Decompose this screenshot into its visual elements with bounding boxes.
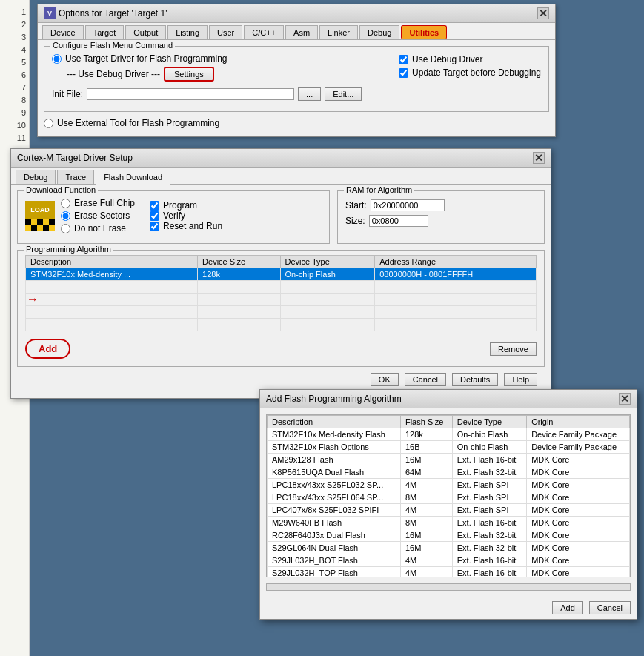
flash-table-row[interactable]: AM29x128 Flash 16M Ext. Flash 16-bit MDK… <box>268 454 630 466</box>
flash-table-row[interactable]: LPC18xx/43xx S25FL064 SP... 8M Ext. Flas… <box>268 491 630 504</box>
flash-table-container[interactable]: Description Flash Size Device Type Origi… <box>266 414 631 577</box>
flash-table-row[interactable]: STM32F10x Med-density Flash 128k On-chip… <box>268 428 630 441</box>
flash-table-row[interactable]: S29JL032H_BOT Flash 4M Ext. Flash 16-bit… <box>268 554 630 567</box>
tab-target[interactable]: Target <box>85 25 125 39</box>
two-col-layout: Download Function LOAD Erase Full Chip <box>17 190 545 244</box>
download-function-label: Download Function <box>24 185 98 194</box>
update-target-checkbox[interactable] <box>399 68 408 78</box>
flash-row-desc: STM32F10x Med-density Flash <box>268 428 401 441</box>
flash-table-row[interactable]: STM32F10x Flash Options 16B On-chip Flas… <box>268 441 630 454</box>
tab-linker[interactable]: Linker <box>319 25 358 39</box>
do-not-erase-radio[interactable] <box>61 224 70 233</box>
ok-button[interactable]: OK <box>371 373 399 386</box>
start-row: Start: <box>345 199 537 211</box>
edit-button[interactable]: Edit... <box>325 87 362 101</box>
init-file-input[interactable] <box>87 88 294 100</box>
start-input[interactable] <box>371 199 445 211</box>
options-titlebar: V Options for Target 'Target 1' ✕ <box>38 4 555 23</box>
line-4: 4 <box>0 44 29 56</box>
settings-button[interactable]: Settings <box>164 67 214 82</box>
flash-row-desc: STM32F10x Flash Options <box>268 441 401 454</box>
browse-button[interactable]: ... <box>298 87 321 101</box>
size-input[interactable] <box>369 215 428 227</box>
cancel-button[interactable]: Cancel <box>405 373 446 386</box>
tab-device[interactable]: Device <box>42 25 84 39</box>
flash-row-size: 16M <box>400 529 452 542</box>
remove-button[interactable]: Remove <box>490 342 537 356</box>
reset-run-checkbox[interactable] <box>150 222 159 231</box>
verify-checkbox[interactable] <box>150 211 159 221</box>
program-label: Program <box>163 200 197 211</box>
program-checkbox[interactable] <box>150 201 159 211</box>
cortex-tab-flash-download[interactable]: Flash Download <box>96 170 170 185</box>
defaults-button[interactable]: Defaults <box>452 373 498 386</box>
erase-sectors-radio[interactable] <box>61 211 70 221</box>
cortex-title: Cortex-M Target Driver Setup <box>17 153 133 163</box>
cortex-tab-debug[interactable]: Debug <box>16 170 56 184</box>
flash-row-type: Ext. Flash 16-bit <box>452 567 526 578</box>
flash-row-desc: RC28F640J3x Dual Flash <box>268 529 401 542</box>
flash-row-size: 16M <box>400 454 452 466</box>
table-row-empty-4 <box>26 319 537 331</box>
add-algorithm-button[interactable]: Add <box>25 339 70 359</box>
tab-utilities[interactable]: Utilities <box>401 25 447 39</box>
flash-row-size: 4M <box>400 554 452 567</box>
flash-table-row[interactable]: M29W640FB Flash 8M Ext. Flash 16-bit MDK… <box>268 517 630 529</box>
flash-row-origin: MDK Core <box>527 454 630 466</box>
table-row[interactable]: STM32F10x Med-density ... 128k On-chip F… <box>26 268 537 281</box>
help-button[interactable]: Help <box>504 373 537 386</box>
add-flash-cancel-button[interactable]: Cancel <box>589 601 631 614</box>
flash-table-row[interactable]: K8P5615UQA Dual Flash 64M Ext. Flash 32-… <box>268 466 630 479</box>
tab-cpp[interactable]: C/C++ <box>244 25 284 39</box>
flash-col-origin: Origin <box>527 416 630 428</box>
flash-algo-table: Description Flash Size Device Type Origi… <box>267 415 630 577</box>
flash-table-row[interactable]: S29GL064N Dual Flash 16M Ext. Flash 32-b… <box>268 542 630 554</box>
flash-row-type: Ext. Flash SPI <box>452 479 526 491</box>
line-1: 1 <box>0 6 29 19</box>
cortex-tab-trace[interactable]: Trace <box>57 170 94 184</box>
ram-algorithm-group: RAM for Algorithm Start: Size: <box>337 190 545 244</box>
tab-listing[interactable]: Listing <box>167 25 208 39</box>
use-debug-driver-checkbox[interactable] <box>399 55 408 64</box>
flash-row-desc: AM29x128 Flash <box>268 454 401 466</box>
flash-row-desc: S29JL032H_BOT Flash <box>268 554 401 567</box>
flash-table-row[interactable]: LPC407x/8x S25FL032 SPIFI 4M Ext. Flash … <box>268 504 630 517</box>
flash-row-origin: MDK Core <box>527 479 630 491</box>
flash-row-origin: MDK Core <box>527 504 630 517</box>
cortex-content: Download Function LOAD Erase Full Chip <box>11 185 551 398</box>
download-function-group: Download Function LOAD Erase Full Chip <box>17 190 330 244</box>
add-flash-close-button[interactable]: ✕ <box>619 393 631 405</box>
options-close-button[interactable]: ✕ <box>537 7 549 19</box>
horizontal-scrollbar[interactable] <box>266 583 631 591</box>
flash-table-row[interactable]: RC28F640J3x Dual Flash 16M Ext. Flash 32… <box>268 529 630 542</box>
table-row-empty-1 <box>26 281 537 294</box>
use-target-driver-radio[interactable] <box>52 54 62 64</box>
tab-user[interactable]: User <box>209 25 242 39</box>
tab-asm[interactable]: Asm <box>285 25 318 39</box>
row-device-type: On-chip Flash <box>280 268 375 281</box>
flash-row-type: Ext. Flash 32-bit <box>452 529 526 542</box>
ram-algorithm-label: RAM for Algorithm <box>344 185 414 194</box>
prog-algo-table: Description Device Size Device Type Addr… <box>25 255 537 331</box>
add-flash-add-button[interactable]: Add <box>552 601 583 614</box>
verify-row: Verify <box>150 211 222 221</box>
flash-col-device-type: Device Type <box>452 416 526 428</box>
erase-full-chip-radio[interactable] <box>61 199 70 208</box>
line-8: 8 <box>0 94 29 107</box>
external-tool-radio[interactable] <box>44 119 53 128</box>
use-debug-driver-row: Use Debug Driver <box>399 54 541 64</box>
col-device-size: Device Size <box>198 256 280 268</box>
app-icon: V <box>44 7 56 19</box>
flash-table-row[interactable]: LPC18xx/43xx S25FL032 SP... 4M Ext. Flas… <box>268 479 630 491</box>
cortex-close-button[interactable]: ✕ <box>533 152 545 164</box>
table-row-empty-2 <box>26 294 537 306</box>
flash-row-desc: M29W640FB Flash <box>268 517 401 529</box>
add-flash-window: Add Flash Programming Algorithm ✕ Descri… <box>259 389 637 620</box>
program-row: Program <box>150 200 222 211</box>
row-device-size: 128k <box>198 268 280 281</box>
flash-table-row[interactable]: S29JL032H_TOP Flash 4M Ext. Flash 16-bit… <box>268 567 630 578</box>
tab-debug[interactable]: Debug <box>359 25 399 39</box>
size-label: Size: <box>345 216 365 226</box>
tab-output[interactable]: Output <box>125 25 166 39</box>
col-description: Description <box>26 256 198 268</box>
